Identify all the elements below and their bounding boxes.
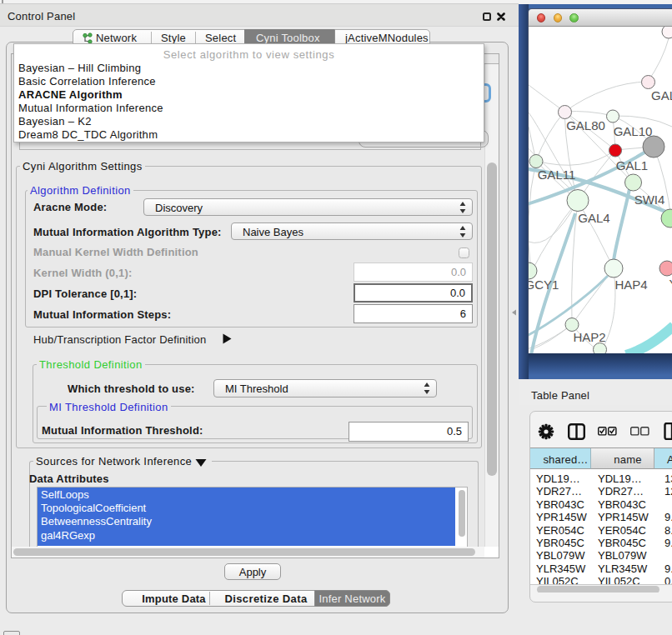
svg-text:GAL10: GAL10 <box>614 124 653 138</box>
svg-text:GAL7: GAL7 <box>651 88 672 102</box>
svg-text:HAP4: HAP4 <box>614 278 647 292</box>
svg-text:GAL11: GAL11 <box>538 168 576 182</box>
svg-text:SWI4: SWI4 <box>634 192 665 207</box>
svg-text:Y: Y <box>669 277 672 291</box>
svg-text:HAP2: HAP2 <box>573 330 605 344</box>
svg-text:GAL1: GAL1 <box>616 158 648 172</box>
svg-text:GAL4: GAL4 <box>578 211 609 225</box>
svg-text:GCY1: GCY1 <box>529 278 559 292</box>
svg-text:GAL80: GAL80 <box>566 118 605 132</box>
